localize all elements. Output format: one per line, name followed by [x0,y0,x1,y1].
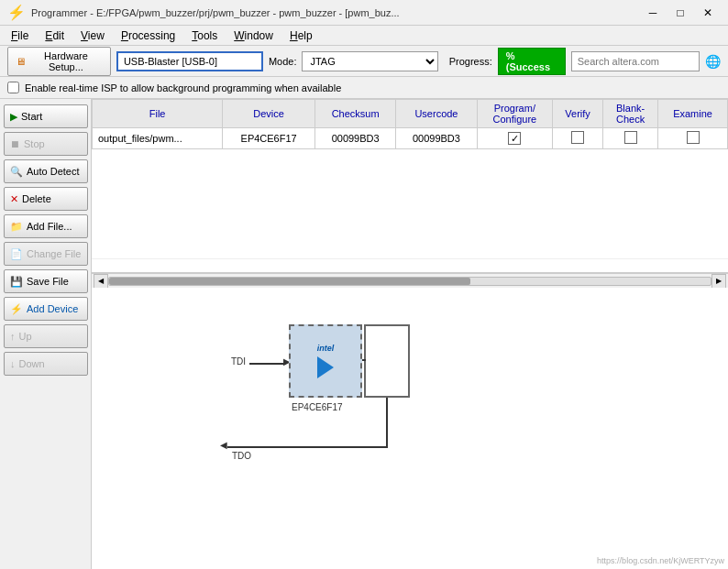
maximize-button[interactable]: □ [667,3,693,23]
app-icon: ⚡ [7,4,26,21]
right-content: File Device Checksum Usercode Program/Co… [92,99,728,569]
add-device-button[interactable]: ⚡ Add Device [4,297,88,321]
minimize-button[interactable]: ─ [640,3,666,23]
jtag-diagram: TDI ▶ intel EP4CE6F17 [92,288,728,569]
tdo-label: TDO [232,451,251,461]
start-icon: ▶ [10,111,17,123]
program-checkbox[interactable]: ✓ [508,132,521,145]
down-button[interactable]: ↓ Down [4,352,88,376]
col-examine: Examine [658,100,728,128]
tdo-vertical-line [386,398,388,448]
change-file-button[interactable]: 📄 Change File [4,242,88,266]
col-blank-check: Blank-Check [603,100,658,128]
col-checksum: Checksum [315,100,396,128]
verify-checkbox[interactable] [571,131,584,144]
hardware-setup-button[interactable]: 🖥 Hardware Setup... [7,47,111,76]
blank-check-checkbox[interactable] [624,131,637,144]
menu-edit[interactable]: Edit [38,27,72,44]
menu-window[interactable]: Window [226,27,281,44]
scroll-thumb[interactable] [109,278,470,285]
auto-detect-icon: 🔍 [10,166,23,178]
table-row: output_files/pwm... EP4CE6F17 00099BD3 0… [93,128,728,149]
toolbar: 🖥 Hardware Setup... USB-Blaster [USB-0] … [0,46,728,77]
auto-detect-button[interactable]: 🔍 Auto Detect [4,159,88,183]
progress-value: % (Success [498,48,566,75]
cell-checksum: 00099BD3 [315,128,396,149]
diagram-area: TDI ▶ intel EP4CE6F17 [92,288,728,569]
tdi-label: TDI [231,356,246,367]
menu-tools[interactable]: Tools [184,27,225,44]
examine-checkbox[interactable] [687,131,700,144]
menu-view[interactable]: View [73,27,112,44]
table-area: File Device Checksum Usercode Program/Co… [92,99,728,273]
intel-logo: intel [317,344,335,353]
play-triangle [317,356,334,378]
mode-select[interactable]: JTAG Active Serial Programming Passive S… [302,51,437,71]
col-usercode: Usercode [396,100,477,128]
stop-icon: ⏹ [10,138,20,149]
cell-device: EP4CE6F17 [223,128,315,149]
watermark: https://blog.csdn.net/KjWERTYzyw [597,556,724,565]
col-program: Program/Configure [477,100,552,128]
cell-verify[interactable] [553,128,603,149]
menubar: File Edit View Processing Tools Window H… [0,26,728,46]
col-verify: Verify [553,100,603,128]
cell-examine[interactable] [658,128,728,149]
blaster-select[interactable]: USB-Blaster [USB-0] [116,51,263,71]
change-file-icon: 📄 [10,248,23,260]
col-file: File [93,100,223,128]
delete-button[interactable]: ✕ Delete [4,187,88,211]
up-icon: ↑ [10,331,16,342]
up-button[interactable]: ↑ Up [4,324,88,348]
window-controls: ─ □ ✕ [640,3,721,23]
output-box [364,324,410,398]
chip-box: intel [289,324,362,398]
hardware-icon: 🖥 [16,56,26,67]
close-button[interactable]: ✕ [695,3,721,23]
search-input[interactable] [571,51,700,71]
mode-label: Mode: [269,56,297,67]
globe-icon: 🌐 [705,54,721,69]
col-device: Device [223,100,315,128]
add-device-icon: ⚡ [10,303,23,315]
scroll-left-arrow[interactable]: ◀ [94,274,108,289]
cell-file: output_files/pwm... [93,128,223,149]
add-file-button[interactable]: 📁 Add File... [4,214,88,238]
horizontal-scrollbar[interactable]: ◀ ▶ [92,273,728,288]
delete-icon: ✕ [10,193,18,205]
chip-to-output-line [362,359,366,361]
isp-bar: Enable real-time ISP to allow background… [0,77,728,99]
window-title: Programmer - E:/FPGA/pwm_buzzer/prj/pwm_… [31,7,634,18]
scroll-track[interactable] [108,277,711,286]
start-button[interactable]: ▶ Start [4,104,88,128]
menu-file[interactable]: File [4,27,36,44]
add-file-icon: 📁 [10,221,23,233]
menu-processing[interactable]: Processing [114,27,182,44]
save-file-button[interactable]: 💾 Save File [4,269,88,293]
progress-label: Progress: [449,56,492,67]
tdo-horizontal-line [227,446,387,448]
menu-help[interactable]: Help [282,27,320,44]
tdi-arrow-line [249,363,286,365]
cell-usercode: 00099BD3 [396,128,477,149]
main-content: ▶ Start ⏹ Stop 🔍 Auto Detect ✕ Delete 📁 … [0,99,728,569]
cell-program[interactable]: ✓ [477,128,552,149]
sidebar: ▶ Start ⏹ Stop 🔍 Auto Detect ✕ Delete 📁 … [0,99,92,569]
isp-checkbox[interactable] [7,82,19,93]
down-icon: ↓ [10,358,16,369]
scroll-right-arrow[interactable]: ▶ [711,274,726,289]
titlebar: ⚡ Programmer - E:/FPGA/pwm_buzzer/prj/pw… [0,0,728,26]
save-file-icon: 💾 [10,276,23,288]
isp-label: Enable real-time ISP to allow background… [25,82,341,93]
tdo-arrowhead: ◀ [220,440,227,450]
programmer-table: File Device Checksum Usercode Program/Co… [92,99,728,149]
chip-label: EP4CE6F17 [292,402,343,412]
cell-blank-check[interactable] [603,128,658,149]
stop-button[interactable]: ⏹ Stop [4,132,88,156]
